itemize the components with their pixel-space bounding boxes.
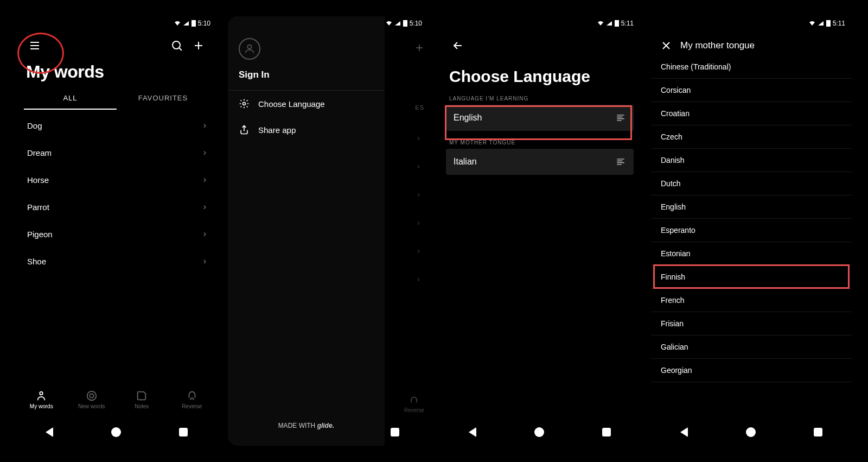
recents-button[interactable] — [391, 428, 399, 436]
learning-label: LANGUAGE I'M LEARNING — [439, 96, 640, 105]
language-option[interactable]: Estonian — [651, 242, 852, 265]
signal-icon — [606, 20, 612, 27]
language-option[interactable]: Esperanto — [651, 219, 852, 242]
back-button[interactable] — [469, 427, 476, 437]
svg-point-2 — [87, 391, 97, 401]
signal-icon — [183, 20, 189, 27]
drawer-choose-language[interactable]: Choose Language — [228, 91, 385, 117]
bottom-nav: My words New words Notes Reverse — [16, 381, 217, 419]
wifi-icon — [597, 20, 604, 27]
home-button[interactable] — [746, 427, 756, 437]
language-option[interactable]: French — [651, 289, 852, 312]
tab-favourites[interactable]: FAVOURITES — [117, 87, 209, 110]
back-button[interactable] — [680, 427, 688, 437]
chevron-right-icon: › — [203, 148, 206, 157]
list-item[interactable]: Horse› — [16, 166, 217, 193]
drawer-share-app[interactable]: Share app — [228, 117, 385, 143]
signal-icon — [818, 20, 824, 27]
svg-point-1 — [40, 392, 43, 395]
mother-tongue-field[interactable]: Italian — [446, 149, 634, 175]
chevron-right-icon: › — [203, 175, 206, 185]
language-option[interactable]: Czech — [651, 125, 852, 149]
background-dimmed[interactable]: + ES ›››››› Reverse — [385, 30, 429, 419]
screen-choose-language: 5:11 Choose Language LANGUAGE I'M LEARNI… — [439, 16, 640, 446]
language-option[interactable]: Corsican — [651, 79, 852, 102]
wifi-icon — [809, 20, 815, 27]
clock: 5:10 — [410, 20, 422, 27]
ghost-nav-reverse: Reverse — [404, 395, 424, 413]
screen-language-list: 5:11 My mother tongue Chinese (Tradition… — [651, 16, 852, 446]
list-item[interactable]: Shoe› — [16, 248, 217, 275]
battery-icon — [192, 20, 196, 27]
menu-icon[interactable] — [24, 35, 46, 56]
language-option[interactable]: Georgian — [651, 359, 852, 382]
status-bar: 5:11 — [651, 16, 852, 30]
clock: 5:11 — [621, 20, 634, 27]
signal-icon — [394, 20, 401, 27]
page-title: My words — [16, 61, 217, 87]
avatar-icon[interactable] — [239, 38, 260, 60]
language-option[interactable]: Galician — [651, 336, 852, 359]
list-item[interactable]: Dream› — [16, 139, 217, 166]
language-option[interactable]: Frisian — [651, 312, 852, 336]
back-button[interactable] — [46, 427, 53, 437]
recents-button[interactable] — [179, 428, 188, 436]
list-item[interactable]: Dog› — [16, 112, 217, 139]
svg-point-4 — [247, 45, 251, 49]
page-title: My mother tongue — [680, 40, 755, 51]
back-icon[interactable] — [447, 35, 469, 56]
sign-in-button[interactable]: Sign In — [239, 69, 374, 80]
recents-button[interactable] — [814, 428, 822, 436]
list-icon — [615, 112, 626, 123]
list-icon — [615, 156, 626, 167]
svg-point-0 — [173, 41, 180, 49]
home-button[interactable] — [111, 427, 121, 437]
gear-icon — [239, 98, 250, 109]
language-option[interactable]: Croatian — [651, 102, 852, 125]
tab-all[interactable]: ALL — [24, 87, 117, 110]
nav-new-words[interactable]: New words — [67, 390, 117, 409]
language-option[interactable]: English — [651, 195, 852, 219]
list-item[interactable]: Pigeon› — [16, 220, 217, 248]
battery-icon — [403, 20, 407, 27]
svg-point-5 — [243, 103, 246, 105]
chevron-right-icon: › — [203, 256, 206, 266]
ghost-tab: ES — [415, 104, 424, 111]
status-bar: 5:11 — [439, 16, 640, 30]
share-icon — [239, 124, 250, 135]
svg-point-3 — [90, 394, 93, 397]
language-option[interactable]: Finnish — [651, 265, 852, 289]
home-button[interactable] — [534, 427, 544, 437]
nav-drawer: Sign In Choose Language Share app MADE W… — [228, 16, 385, 446]
nav-reverse[interactable]: Reverse — [167, 390, 218, 409]
page-title: Choose Language — [439, 61, 640, 96]
learning-language-field[interactable]: English — [446, 105, 634, 131]
mother-label: MY MOTHER TONGUE — [439, 140, 640, 149]
screen-drawer: 5:10 + ES ›››››› Reverse Sign In — [228, 16, 429, 446]
search-icon[interactable] — [166, 35, 188, 56]
language-option[interactable]: Chinese (Traditional) — [651, 55, 852, 79]
nav-notes[interactable]: Notes — [117, 390, 167, 409]
battery-icon — [826, 20, 831, 27]
word-list: Dog› Dream› Horse› Parrot› Pigeon› Shoe› — [16, 110, 217, 381]
clock: 5:11 — [833, 20, 845, 27]
tabs: ALL FAVOURITES — [16, 87, 217, 110]
made-with-glide: MADE WITH glide. — [228, 406, 385, 446]
language-list[interactable]: Chinese (Traditional)CorsicanCroatianCze… — [651, 55, 852, 419]
add-icon[interactable] — [188, 35, 209, 56]
android-nav-bar — [16, 419, 217, 446]
nav-my-words[interactable]: My words — [16, 390, 67, 409]
chevron-right-icon: › — [203, 121, 206, 130]
android-nav-bar — [651, 419, 852, 446]
battery-icon — [615, 20, 619, 27]
language-option[interactable]: Danish — [651, 149, 852, 172]
screen-my-words: 5:10 My words ALL FAVOURITES Dog› Dream›… — [16, 16, 217, 446]
add-icon: + — [416, 40, 423, 55]
wifi-icon — [386, 20, 392, 27]
list-item[interactable]: Parrot› — [16, 193, 217, 220]
clock: 5:10 — [198, 20, 210, 27]
status-bar: 5:10 — [16, 16, 217, 30]
language-option[interactable]: Dutch — [651, 172, 852, 195]
recents-button[interactable] — [602, 428, 611, 436]
close-icon[interactable] — [660, 39, 673, 52]
